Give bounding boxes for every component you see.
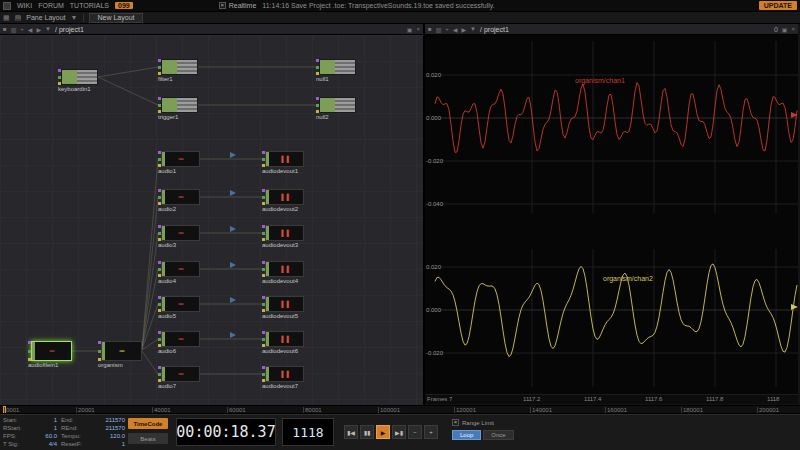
frame-ruler[interactable]: 0001200014000160001800011000011200011400… xyxy=(0,405,800,414)
range-limit-checkbox[interactable]: × xyxy=(452,419,459,426)
pane-type-icon[interactable]: ▥ xyxy=(436,26,442,33)
node-flags[interactable] xyxy=(158,151,161,167)
chop-graph-viewer[interactable]: 0.0200.000-0.020-0.0400.0200.000-0.020 F… xyxy=(425,35,798,404)
network-canvas[interactable]: keyboardin1filter1trigger1null1null2≈≈au… xyxy=(0,35,423,405)
node-audio3[interactable]: ≈≈audio3 xyxy=(158,225,200,241)
current-frame-field[interactable]: 1118 xyxy=(282,418,334,446)
node-organism[interactable]: ≈≈organism xyxy=(98,341,142,361)
close-pane-icon[interactable]: × xyxy=(416,26,420,32)
field-value[interactable]: 211570 xyxy=(105,417,125,425)
node-audiodevout5[interactable]: ▌▐audiodevout5 xyxy=(262,296,304,312)
field-value[interactable]: 1 xyxy=(122,441,125,449)
pane-split-icon[interactable]: ■ xyxy=(3,26,7,32)
menu-wiki[interactable]: WIKI xyxy=(17,2,32,9)
node-audiodevout7[interactable]: ▌▐audiodevout7 xyxy=(262,366,304,382)
node-audiodevout1[interactable]: ▌▐audiodevout1 xyxy=(262,151,304,167)
realtime-checkbox[interactable]: × xyxy=(219,2,226,9)
node-flags[interactable] xyxy=(262,189,265,205)
node-flags[interactable] xyxy=(158,189,161,205)
node-flags[interactable] xyxy=(158,225,161,241)
maximize-pane-icon[interactable]: ▣ xyxy=(782,26,788,33)
forward-arrow-icon[interactable]: ▶ xyxy=(36,26,41,33)
breadcrumb[interactable]: / project1 xyxy=(480,26,509,33)
node-label: keyboardin1 xyxy=(58,86,91,92)
transport-step-forward[interactable]: + xyxy=(424,425,438,439)
pane-type-icon[interactable]: ▥ xyxy=(11,26,17,33)
once-button[interactable]: Once xyxy=(483,430,513,440)
node-flags[interactable] xyxy=(58,69,61,85)
breadcrumb[interactable]: / project1 xyxy=(55,26,84,33)
node-filter1[interactable]: filter1 xyxy=(158,59,198,75)
transport-skip-end[interactable]: ▶▮ xyxy=(392,425,406,439)
viewer-pane-header: ■ ▥ + ◀ ▶ ▼ / project1 0 ▣ × xyxy=(425,24,798,35)
node-flags[interactable] xyxy=(158,261,161,277)
node-flags[interactable] xyxy=(158,97,161,113)
maximize-pane-icon[interactable]: ▣ xyxy=(407,26,413,33)
field-value[interactable]: 1 xyxy=(54,425,57,433)
field-value[interactable]: 60.0 xyxy=(45,433,57,441)
node-flags[interactable] xyxy=(262,331,265,347)
node-flags[interactable] xyxy=(262,296,265,312)
back-arrow-icon[interactable]: ◀ xyxy=(28,26,33,33)
node-flags[interactable] xyxy=(28,341,31,361)
loop-button[interactable]: Loop xyxy=(452,430,481,440)
add-icon[interactable]: + xyxy=(20,26,24,32)
add-icon[interactable]: + xyxy=(445,26,449,32)
node-flags[interactable] xyxy=(158,296,161,312)
node-flags[interactable] xyxy=(316,97,319,113)
node-null1[interactable]: null1 xyxy=(316,59,356,75)
node-audio2[interactable]: ≈≈audio2 xyxy=(158,189,200,205)
node-flags[interactable] xyxy=(262,366,265,382)
node-label: audiodevout6 xyxy=(262,348,298,354)
transport-pause[interactable]: ▮▮ xyxy=(360,425,374,439)
app-logo-icon[interactable] xyxy=(3,2,11,10)
timeline-fields: Start:1End:211570RStart:1REnd:211570FPS:… xyxy=(3,417,125,449)
node-audiodevout4[interactable]: ▌▐audiodevout4 xyxy=(262,261,304,277)
node-flags[interactable] xyxy=(316,59,319,75)
node-audiodevout6[interactable]: ▌▐audiodevout6 xyxy=(262,331,304,347)
tab-new-layout[interactable]: New Layout xyxy=(89,13,144,23)
node-audiodevout3[interactable]: ▌▐audiodevout3 xyxy=(262,225,304,241)
field-value[interactable]: 120.0 xyxy=(110,433,125,441)
transport-play[interactable]: ▶ xyxy=(376,425,390,439)
node-body: ▌▐ xyxy=(265,151,304,167)
node-null2[interactable]: null2 xyxy=(316,97,356,113)
field-value[interactable]: 4/4 xyxy=(49,441,57,449)
update-button[interactable]: UPDATE xyxy=(759,1,797,10)
node-audio7[interactable]: ≈≈audio7 xyxy=(158,366,200,382)
node-audiodevout2[interactable]: ▌▐audiodevout2 xyxy=(262,189,304,205)
field-value[interactable]: 1 xyxy=(54,417,57,425)
node-flags[interactable] xyxy=(158,331,161,347)
beats-mode-button[interactable]: Beats xyxy=(128,433,168,444)
field-value[interactable]: 211570 xyxy=(105,425,125,433)
node-flags[interactable] xyxy=(98,341,101,361)
chevron-down-icon[interactable]: ▼ xyxy=(45,26,51,32)
node-keyboardin1[interactable]: keyboardin1 xyxy=(58,69,98,85)
layout-grid-icon[interactable]: ▦ xyxy=(3,14,10,22)
layout-rows-icon[interactable]: ▤ xyxy=(15,14,22,22)
channel-label: organism/chan1 xyxy=(575,77,625,84)
timecode-mode-button[interactable]: TimeCode xyxy=(128,418,168,429)
node-label: audio5 xyxy=(158,313,176,319)
pane-layout-dropdown[interactable]: Pane Layout xyxy=(26,14,65,21)
menu-tutorials[interactable]: TUTORIALS xyxy=(70,2,109,9)
node-audio6[interactable]: ≈≈audio6 xyxy=(158,331,200,347)
pane-split-icon[interactable]: ■ xyxy=(428,26,432,32)
node-flags[interactable] xyxy=(262,151,265,167)
node-audio1[interactable]: ≈≈audio1 xyxy=(158,151,200,167)
menu-forum[interactable]: FORUM xyxy=(38,2,64,9)
node-trigger1[interactable]: trigger1 xyxy=(158,97,198,113)
node-flags[interactable] xyxy=(158,366,161,382)
close-pane-icon[interactable]: × xyxy=(791,26,795,32)
back-arrow-icon[interactable]: ◀ xyxy=(453,26,458,33)
node-flags[interactable] xyxy=(262,261,265,277)
node-flags[interactable] xyxy=(262,225,265,241)
node-audio5[interactable]: ≈≈audio5 xyxy=(158,296,200,312)
forward-arrow-icon[interactable]: ▶ xyxy=(461,26,466,33)
transport-skip-start[interactable]: ▮◀ xyxy=(344,425,358,439)
node-audio4[interactable]: ≈≈audio4 xyxy=(158,261,200,277)
chevron-down-icon[interactable]: ▼ xyxy=(470,26,476,32)
transport-step-back[interactable]: − xyxy=(408,425,422,439)
node-audiofilein1[interactable]: ≈≈audiofilein1 xyxy=(28,341,72,361)
node-flags[interactable] xyxy=(158,59,161,75)
